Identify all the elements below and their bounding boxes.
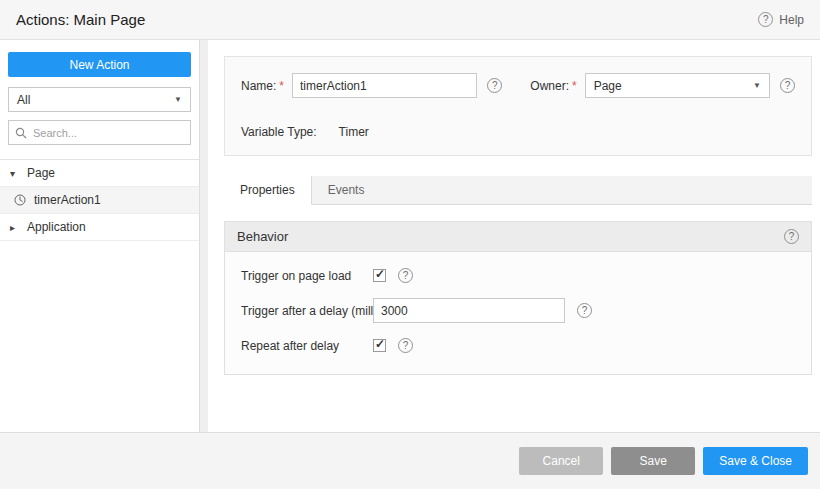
header-bar: Actions: Main Page ? Help bbox=[0, 0, 820, 40]
search-icon bbox=[15, 127, 27, 139]
actions-editor-window: Actions: Main Page ? Help New Action All… bbox=[0, 0, 820, 489]
filter-select-value: All bbox=[17, 93, 30, 107]
behavior-help-icon[interactable]: ? bbox=[784, 229, 799, 244]
owner-select[interactable]: Page ▼ bbox=[585, 73, 770, 98]
name-input[interactable] bbox=[292, 73, 477, 98]
save-and-close-button[interactable]: Save & Close bbox=[703, 447, 808, 475]
search-box bbox=[8, 120, 191, 145]
sidebar: New Action All ▼ ▾ Page bbox=[0, 40, 200, 432]
variable-type-row: Variable Type: Timer bbox=[241, 125, 795, 139]
sidebar-scrollbar[interactable] bbox=[200, 40, 208, 432]
tree-group-page[interactable]: ▾ Page bbox=[0, 160, 199, 187]
chevron-down-icon: ▼ bbox=[174, 95, 182, 104]
trigger-on-page-load-help-icon[interactable]: ? bbox=[398, 268, 413, 283]
repeat-after-delay-checkbox[interactable] bbox=[373, 339, 386, 352]
required-marker: * bbox=[279, 79, 284, 93]
caret-down-icon: ▾ bbox=[10, 168, 19, 179]
action-details-panel: Name:* ? Owner:* Page ▼ ? Variable Type: bbox=[224, 56, 812, 156]
help-label: Help bbox=[779, 13, 804, 27]
clock-icon bbox=[14, 194, 26, 206]
tab-events[interactable]: Events bbox=[312, 176, 381, 204]
new-action-button[interactable]: New Action bbox=[8, 52, 191, 77]
tab-properties-label: Properties bbox=[240, 183, 295, 197]
behavior-panel-header: Behavior ? bbox=[225, 222, 811, 252]
sidebar-controls: New Action All ▼ bbox=[0, 40, 199, 147]
repeat-after-delay-help-icon[interactable]: ? bbox=[398, 338, 413, 353]
help-icon: ? bbox=[758, 12, 773, 27]
tree-group-application[interactable]: ▸ Application bbox=[0, 214, 199, 241]
tree-item-timer-action[interactable]: timerAction1 bbox=[0, 187, 199, 214]
search-input[interactable] bbox=[33, 127, 184, 139]
trigger-delay-help-icon[interactable]: ? bbox=[577, 303, 592, 318]
main-area: New Action All ▼ ▾ Page bbox=[0, 40, 820, 432]
owner-label: Owner:* bbox=[530, 79, 576, 93]
trigger-on-page-load-row: Trigger on page load ? bbox=[241, 268, 799, 283]
tree-group-page-label: Page bbox=[27, 166, 55, 180]
tree-item-timer-action-label: timerAction1 bbox=[34, 193, 101, 207]
chevron-down-icon: ▼ bbox=[753, 81, 761, 90]
name-help-icon[interactable]: ? bbox=[487, 78, 502, 93]
owner-select-value: Page bbox=[594, 79, 622, 93]
behavior-title: Behavior bbox=[237, 229, 288, 244]
save-button[interactable]: Save bbox=[611, 447, 695, 475]
behavior-panel-body: Trigger on page load ? Trigger after a d… bbox=[225, 252, 811, 374]
behavior-panel: Behavior ? Trigger on page load ? Trigge… bbox=[224, 221, 812, 375]
trigger-delay-input[interactable] bbox=[373, 298, 565, 323]
name-owner-row: Name:* ? Owner:* Page ▼ ? bbox=[241, 73, 795, 98]
trigger-delay-label: Trigger after a delay (millisec… bbox=[241, 304, 373, 318]
owner-help-icon[interactable]: ? bbox=[780, 78, 795, 93]
page-title: Actions: Main Page bbox=[16, 11, 145, 28]
name-label: Name:* bbox=[241, 79, 284, 93]
tab-events-label: Events bbox=[328, 183, 365, 197]
variable-type-value: Timer bbox=[339, 125, 369, 139]
repeat-after-delay-label: Repeat after delay bbox=[241, 339, 373, 353]
tab-bar: Properties Events bbox=[224, 176, 812, 205]
filter-select[interactable]: All ▼ bbox=[8, 87, 191, 112]
caret-right-icon: ▸ bbox=[10, 222, 19, 233]
action-tree: ▾ Page timerAction1 ▸ Application bbox=[0, 159, 199, 241]
trigger-delay-row: Trigger after a delay (millisec… ? bbox=[241, 298, 799, 323]
required-marker: * bbox=[572, 79, 577, 93]
help-link[interactable]: ? Help bbox=[758, 12, 804, 27]
footer-bar: Cancel Save Save & Close bbox=[0, 432, 820, 489]
tab-properties[interactable]: Properties bbox=[224, 176, 312, 205]
tree-group-application-label: Application bbox=[27, 220, 86, 234]
trigger-on-page-load-checkbox[interactable] bbox=[373, 269, 386, 282]
trigger-on-page-load-label: Trigger on page load bbox=[241, 269, 373, 283]
cancel-button[interactable]: Cancel bbox=[519, 447, 603, 475]
editor-content: Name:* ? Owner:* Page ▼ ? Variable Type: bbox=[208, 40, 820, 432]
repeat-after-delay-row: Repeat after delay ? bbox=[241, 338, 799, 353]
variable-type-label: Variable Type: bbox=[241, 125, 317, 139]
